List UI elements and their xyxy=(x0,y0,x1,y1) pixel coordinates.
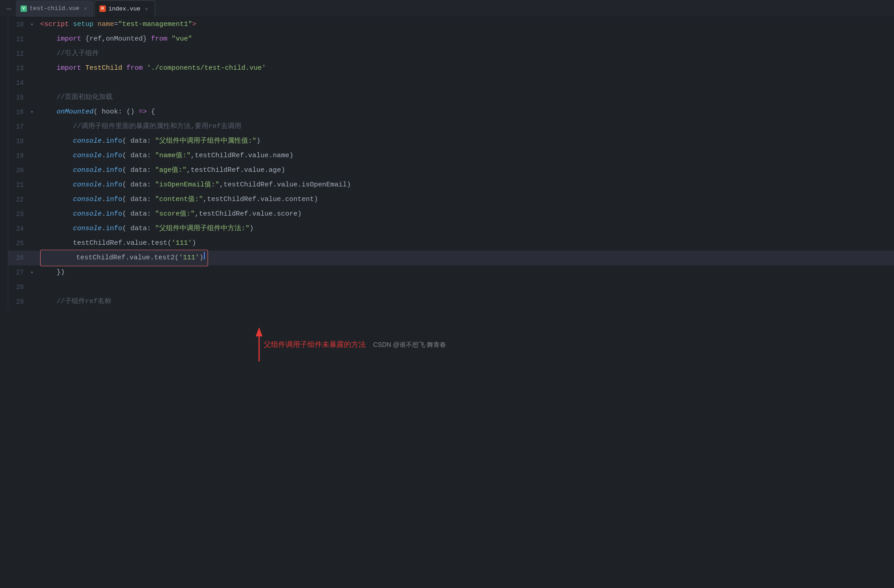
token xyxy=(40,225,73,232)
token: './components/test-child.vue' xyxy=(147,64,266,72)
token: console xyxy=(73,152,102,160)
line-number-15: 15 xyxy=(8,90,28,105)
red-arrow-svg xyxy=(223,327,296,364)
token: . xyxy=(102,166,106,174)
tab-label-test-child: test-child.vue xyxy=(30,5,79,12)
token xyxy=(40,137,73,145)
window-control[interactable]: — xyxy=(3,4,15,13)
token: }) xyxy=(40,268,65,276)
line-gutter-28: 28 xyxy=(8,280,40,294)
token: . xyxy=(102,181,106,189)
tab-icon-vue: V xyxy=(21,5,27,12)
highlighted-box-line26: testChildRef.value.test2('111') xyxy=(40,250,208,266)
tab-close-test-child[interactable]: ✕ xyxy=(84,5,87,11)
token: '111' xyxy=(172,239,192,247)
token xyxy=(40,196,73,203)
token: . xyxy=(102,196,106,203)
token xyxy=(143,64,147,72)
code-content-27: }) xyxy=(40,265,65,280)
token: "test-management1" xyxy=(118,21,192,28)
line-gutter-11: 11 xyxy=(8,32,40,46)
code-line-10: 10▾<script setup name="test-management1"… xyxy=(8,17,894,32)
token xyxy=(40,123,73,130)
token: "父组件中调用子组件中方法:" xyxy=(155,225,249,232)
annotation-label: 父组件调用子组件未暴露的方法 xyxy=(264,340,366,350)
line-number-27: 27 xyxy=(8,265,28,280)
token xyxy=(167,35,172,43)
code-content-11: import {ref,onMounted} from "vue" xyxy=(40,32,192,46)
tab-close-index[interactable]: ✕ xyxy=(145,6,148,12)
code-content-21: console.info( data: "isOpenEmail值:",test… xyxy=(40,178,351,192)
token: ,testChildRef.value.content) xyxy=(203,196,318,203)
code-content-18: console.info( data: "父组件中调用子组件中属性值:") xyxy=(40,134,260,149)
token: } xyxy=(143,35,147,43)
token: ,testChildRef.value.age) xyxy=(187,166,285,174)
line-number-26: 26 xyxy=(8,251,28,265)
fold-icon-16[interactable]: ▾ xyxy=(28,105,36,119)
line-number-11: 11 xyxy=(8,32,28,46)
fold-icon-27[interactable]: ▾ xyxy=(28,265,36,280)
fold-icon-10[interactable]: ▾ xyxy=(28,17,36,32)
token: { xyxy=(81,35,89,43)
token: ( hook: () xyxy=(94,108,139,116)
code-line-28: 28 xyxy=(8,280,894,294)
token: setup xyxy=(73,21,94,28)
token: onMounted xyxy=(40,108,94,116)
token: "父组件中调用子组件中属性值:" xyxy=(155,137,256,145)
token: ) xyxy=(192,239,196,247)
line-gutter-19: 19 xyxy=(8,149,40,163)
line-number-29: 29 xyxy=(8,294,28,309)
code-lines: 10▾<script setup name="test-management1"… xyxy=(8,17,894,309)
tab-icon-html: H xyxy=(99,5,106,12)
editor-container: 10▾<script setup name="test-management1"… xyxy=(0,17,894,309)
code-content-19: console.info( data: "name值:",testChildRe… xyxy=(40,149,293,163)
token: testChildRef.value.test2( xyxy=(43,254,179,262)
token: "score值:" xyxy=(155,210,195,218)
token: ( data: xyxy=(122,196,155,203)
token: console xyxy=(73,210,102,218)
code-content-15: //页面初始化加载 xyxy=(40,90,113,105)
line-number-17: 17 xyxy=(8,119,28,134)
token xyxy=(40,152,73,160)
token: ,testChildRef.value.name) xyxy=(191,152,293,160)
line-gutter-17: 17 xyxy=(8,119,40,134)
token: //子组件ref名称 xyxy=(57,298,111,305)
line-number-28: 28 xyxy=(8,280,28,294)
line-gutter-15: 15 xyxy=(8,90,40,105)
csdn-watermark: CSDN @谁不想飞·舞青春 xyxy=(373,341,446,349)
code-line-23: 23 console.info( data: "score值:",testChi… xyxy=(8,207,894,222)
token: ( data: xyxy=(122,225,155,232)
token xyxy=(69,21,73,28)
token: testChildRef.value.test( xyxy=(40,239,172,247)
line-number-21: 21 xyxy=(8,178,28,192)
line-gutter-16: 16▾ xyxy=(8,105,40,119)
token: ,testChildRef.value.isOpenEmail) xyxy=(219,181,351,189)
code-line-13: 13 import TestChild from './components/t… xyxy=(8,61,894,76)
code-line-20: 20 console.info( data: "age值:",testChild… xyxy=(8,163,894,178)
code-line-22: 22 console.info( data: "content值:",testC… xyxy=(8,192,894,207)
code-line-18: 18 console.info( data: "父组件中调用子组件中属性值:") xyxy=(8,134,894,149)
line-gutter-24: 24 xyxy=(8,222,40,236)
token: info xyxy=(106,152,122,160)
code-line-21: 21 console.info( data: "isOpenEmail值:",t… xyxy=(8,178,894,192)
annotation-text-group: 父组件调用子组件未暴露的方法 CSDN @谁不想飞·舞青春 xyxy=(264,340,446,350)
tab-test-child[interactable]: V test-child.vue ✕ xyxy=(16,0,94,17)
tab-index[interactable]: H index.vue ✕ xyxy=(94,0,155,17)
token xyxy=(40,210,73,218)
line-number-20: 20 xyxy=(8,163,28,178)
token: "content值:" xyxy=(155,196,203,203)
token: //调用子组件里面的暴露的属性和方法,要用ref去调用 xyxy=(73,123,241,130)
token: > xyxy=(192,21,196,28)
token: ) xyxy=(249,225,254,232)
line-number-18: 18 xyxy=(8,134,28,149)
token: from xyxy=(122,64,143,72)
token: "vue" xyxy=(172,35,192,43)
token xyxy=(40,50,57,57)
token: "isOpenEmail值:" xyxy=(155,181,219,189)
token: console xyxy=(73,181,102,189)
line-gutter-23: 23 xyxy=(8,207,40,222)
token: console xyxy=(73,137,102,145)
token: { xyxy=(147,108,155,116)
code-content-10: <script setup name="test-management1"> xyxy=(40,17,196,32)
token: script xyxy=(44,21,69,28)
